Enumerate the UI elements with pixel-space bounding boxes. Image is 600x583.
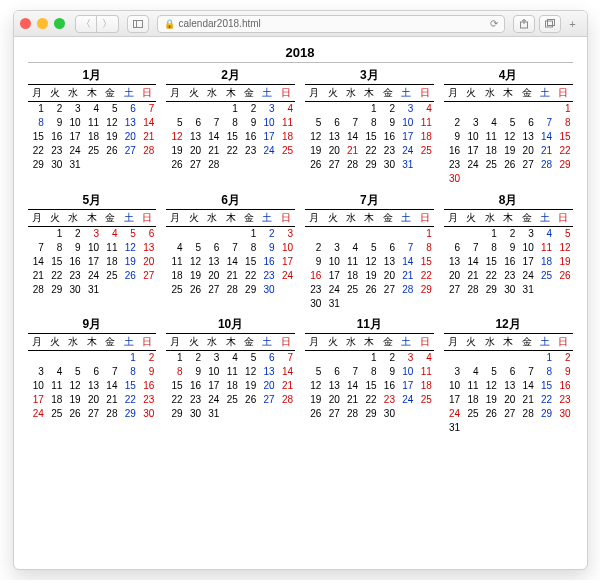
- day-cell: 11: [101, 240, 119, 254]
- day-cell: 28: [397, 282, 415, 296]
- day-cell: 13: [323, 130, 341, 144]
- day-header: 金: [101, 334, 119, 351]
- day-cell: 3: [517, 226, 535, 240]
- day-cell: 16: [554, 379, 572, 393]
- day-cell: 7: [397, 240, 415, 254]
- reload-icon[interactable]: ⟳: [490, 18, 498, 29]
- day-cell: [166, 226, 184, 240]
- day-cell: 12: [554, 240, 572, 254]
- month-title: 3月: [305, 67, 434, 84]
- day-cell: 4: [462, 365, 480, 379]
- day-cell: 4: [83, 102, 101, 116]
- day-header: 日: [277, 334, 295, 351]
- sidebar-button[interactable]: [127, 15, 149, 33]
- day-cell: 17: [277, 254, 295, 268]
- day-cell: 14: [536, 130, 554, 144]
- month-title: 9月: [28, 316, 157, 333]
- day-cell: 14: [342, 130, 360, 144]
- day-cell: 22: [240, 268, 258, 282]
- day-header: 日: [415, 334, 433, 351]
- day-cell: 2: [379, 102, 397, 116]
- day-cell: [101, 351, 119, 365]
- day-cell: 26: [499, 158, 517, 172]
- day-cell: 22: [415, 268, 433, 282]
- day-cell: 13: [185, 130, 203, 144]
- day-cell: 16: [240, 130, 258, 144]
- address-bar[interactable]: 🔒 calendar2018.html ⟳: [157, 15, 505, 33]
- svg-rect-0: [133, 20, 142, 27]
- share-button[interactable]: [513, 15, 535, 33]
- day-cell: 16: [499, 254, 517, 268]
- new-tab-button[interactable]: +: [565, 18, 581, 30]
- day-cell: [221, 407, 239, 421]
- day-cell: [536, 102, 554, 116]
- day-cell: 22: [360, 144, 378, 158]
- day-cell: 30: [554, 407, 572, 421]
- zoom-icon[interactable]: [54, 18, 65, 29]
- day-header: 火: [462, 85, 480, 102]
- day-header: 月: [166, 209, 184, 226]
- day-cell: 13: [444, 254, 462, 268]
- day-cell: 30: [185, 407, 203, 421]
- day-cell: 25: [342, 282, 360, 296]
- day-cell: 31: [397, 158, 415, 172]
- day-cell: 7: [277, 351, 295, 365]
- day-header: 日: [554, 85, 572, 102]
- day-cell: 23: [64, 268, 82, 282]
- day-cell: 9: [305, 254, 323, 268]
- day-cell: [83, 158, 101, 172]
- day-cell: [415, 407, 433, 421]
- day-cell: 17: [462, 144, 480, 158]
- day-cell: 11: [342, 254, 360, 268]
- day-cell: 22: [221, 144, 239, 158]
- day-cell: 31: [444, 421, 462, 435]
- day-cell: 8: [481, 240, 499, 254]
- day-cell: [138, 282, 156, 296]
- tabs-button[interactable]: [539, 15, 561, 33]
- day-cell: 11: [166, 254, 184, 268]
- day-cell: 17: [397, 379, 415, 393]
- day-header: 水: [481, 85, 499, 102]
- back-button[interactable]: 〈: [75, 15, 97, 33]
- day-cell: 24: [444, 407, 462, 421]
- month-title: 1月: [28, 67, 157, 84]
- day-cell: 21: [342, 393, 360, 407]
- close-icon[interactable]: [20, 18, 31, 29]
- day-cell: 27: [444, 282, 462, 296]
- day-cell: 6: [119, 102, 137, 116]
- day-cell: [28, 226, 46, 240]
- day-cell: 18: [415, 379, 433, 393]
- day-header: 火: [46, 85, 64, 102]
- day-cell: 20: [258, 379, 276, 393]
- day-cell: 24: [517, 268, 535, 282]
- day-cell: 15: [536, 379, 554, 393]
- day-cell: 11: [83, 116, 101, 130]
- day-cell: 11: [46, 379, 64, 393]
- day-cell: [499, 102, 517, 116]
- day-header: 水: [64, 209, 82, 226]
- day-header: 水: [342, 209, 360, 226]
- day-cell: 31: [203, 407, 221, 421]
- day-cell: 16: [46, 130, 64, 144]
- day-cell: [240, 158, 258, 172]
- toolbar-right: [513, 15, 561, 33]
- day-header: 水: [203, 85, 221, 102]
- day-header: 土: [119, 85, 137, 102]
- day-cell: 15: [481, 254, 499, 268]
- day-cell: 2: [240, 102, 258, 116]
- day-cell: [221, 158, 239, 172]
- day-cell: [185, 102, 203, 116]
- day-cell: 13: [517, 130, 535, 144]
- day-cell: 30: [499, 282, 517, 296]
- day-cell: [83, 351, 101, 365]
- day-cell: 4: [46, 365, 64, 379]
- month-title: 11月: [305, 316, 434, 333]
- day-cell: 23: [46, 144, 64, 158]
- day-cell: 1: [28, 102, 46, 116]
- day-cell: [305, 226, 323, 240]
- minimize-icon[interactable]: [37, 18, 48, 29]
- day-cell: 16: [64, 254, 82, 268]
- day-cell: [444, 351, 462, 365]
- day-cell: 14: [203, 130, 221, 144]
- forward-button[interactable]: 〉: [97, 15, 119, 33]
